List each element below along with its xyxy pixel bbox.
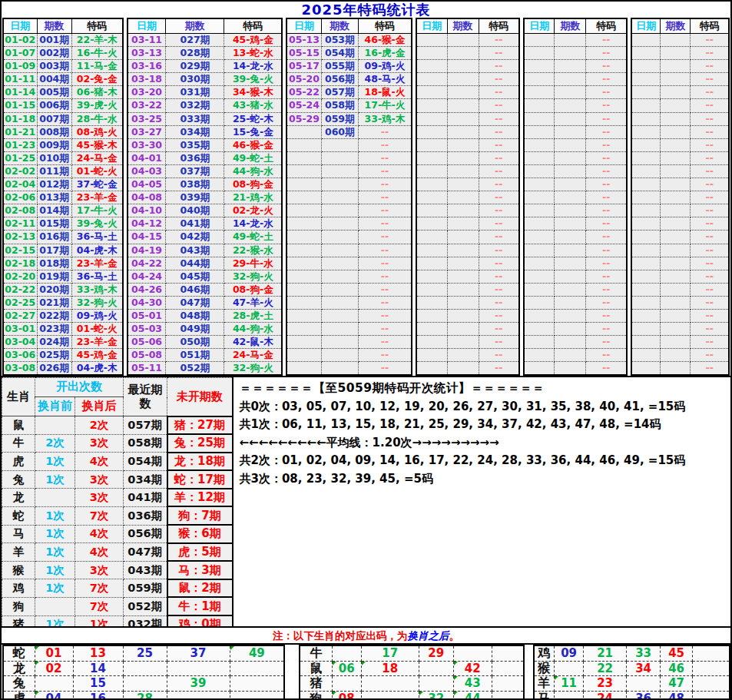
zodiac-map-block-1: 蛇0113253749龙0214兔1539虎041628 xyxy=(2,645,285,700)
map-number-cell: 42 xyxy=(453,661,492,676)
period-cell xyxy=(555,270,586,283)
date-cell: 01-21 xyxy=(3,125,37,138)
after-count-cell: 4次 xyxy=(75,525,124,543)
date-cell xyxy=(524,112,555,125)
before-count-cell: 1次 xyxy=(35,453,75,471)
table-row: 04-30047期47-羊-火 xyxy=(128,296,282,309)
code-cell: -- xyxy=(358,362,412,376)
cell-marker-icon xyxy=(35,646,39,650)
map-zodiac-cell: 狗 xyxy=(300,691,332,700)
period-column-header: 期数 xyxy=(661,18,691,34)
code-cell: -- xyxy=(479,204,519,217)
period-cell: 032期 xyxy=(166,99,224,112)
date-cell xyxy=(524,257,555,270)
code-column-header: 特码 xyxy=(358,18,412,34)
period-cell: 024期 xyxy=(37,336,71,349)
after-count-cell: 3次 xyxy=(75,470,124,489)
period-cell: 035期 xyxy=(166,138,224,151)
code-cell: -- xyxy=(479,138,519,151)
code-cell: -- xyxy=(586,309,627,322)
unopened-cell: 猴：6期 xyxy=(167,525,233,543)
code-cell: -- xyxy=(586,34,627,47)
period-cell xyxy=(661,231,691,244)
code-cell: -- xyxy=(358,164,412,177)
period-cell: 026期 xyxy=(37,362,71,376)
zodiac-stats-row: 虎1次4次054期龙：18期 xyxy=(2,453,233,471)
table-row: -- xyxy=(416,231,519,244)
date-cell xyxy=(287,244,321,257)
table-row: -- xyxy=(524,34,627,47)
code-cell: -- xyxy=(479,34,519,47)
zodiac-map-block-3: 鸡09213345猴223446羊112347马243648 xyxy=(533,645,730,700)
code-cell: -- xyxy=(586,362,627,376)
table-row: 01-18007期28-牛-水 xyxy=(3,112,123,125)
table-row: -- xyxy=(631,125,729,138)
period-cell: 004期 xyxy=(37,73,71,86)
date-cell xyxy=(524,86,555,99)
table-row: -- xyxy=(416,283,519,296)
table-row: -- xyxy=(631,270,729,283)
header-row: 日期期数特码 xyxy=(524,18,627,34)
stats-line: 共0次：03, 05, 07, 10, 12, 19, 20, 26, 27, … xyxy=(240,398,727,416)
code-cell: 45-鸡-金 xyxy=(71,349,123,362)
table-row: -- xyxy=(287,231,412,244)
date-cell: 05-11 xyxy=(128,362,166,376)
table-row: -- xyxy=(416,270,519,283)
table-row: -- xyxy=(631,309,729,322)
table-row: -- xyxy=(524,151,627,164)
period-table-1: 日期期数特码01-02001期22-羊-木01-07002期16-牛-火01-0… xyxy=(2,18,124,376)
zodiac-stats-row: 马1次4次056期猴：6期 xyxy=(2,525,233,543)
code-cell: -- xyxy=(479,309,519,322)
unopened-cell: 牛：1期 xyxy=(167,597,233,615)
period-cell: 036期 xyxy=(166,151,224,164)
period-cell: 046期 xyxy=(166,283,224,296)
code-cell: -- xyxy=(586,244,627,257)
table-row: -- xyxy=(524,349,627,362)
table-row: -- xyxy=(416,178,519,191)
map-row: 龙0214 xyxy=(3,661,284,676)
zodiac-name-cell: 鼠 xyxy=(2,416,35,435)
zodiac-stats-row: 蛇1次7次036期狗：7期 xyxy=(2,506,233,525)
period-cell xyxy=(447,323,479,336)
before-count-cell: 1次 xyxy=(35,579,75,598)
date-cell xyxy=(287,309,321,322)
code-cell: 13-蛇-水 xyxy=(224,47,282,60)
after-count-cell: 2次 xyxy=(75,416,124,435)
code-cell: -- xyxy=(479,349,519,362)
period-cell xyxy=(321,138,358,151)
zodiac-stats-row: 鸡1次7次059期鼠：2期 xyxy=(2,579,233,598)
period-cell: 019期 xyxy=(37,270,71,283)
code-cell: -- xyxy=(586,86,627,99)
date-cell: 04-03 xyxy=(128,164,166,177)
code-cell: -- xyxy=(358,336,412,349)
table-row: -- xyxy=(287,217,412,231)
period-cell xyxy=(447,349,479,362)
period-cell: 048期 xyxy=(166,309,224,322)
date-cell: 02-11 xyxy=(3,217,37,231)
table-row: -- xyxy=(631,204,729,217)
table-row: -- xyxy=(416,257,519,270)
map-number-cell: 25 xyxy=(123,645,167,661)
code-cell: -- xyxy=(691,86,729,99)
period-cell xyxy=(555,47,586,60)
map-zodiac-cell: 猴 xyxy=(534,661,555,676)
period-cell: 038期 xyxy=(166,178,224,191)
table-row: 02-02011期01-蛇-火 xyxy=(3,164,123,177)
period-cell: 014期 xyxy=(37,204,71,217)
date-cell xyxy=(631,204,661,217)
period-cell xyxy=(321,257,358,270)
table-row: -- xyxy=(287,178,412,191)
note-period: 。 xyxy=(449,629,460,642)
table-row: -- xyxy=(631,178,729,191)
date-cell xyxy=(287,138,321,151)
map-number-cell: 16 xyxy=(73,691,123,700)
period-cell xyxy=(321,151,358,164)
date-cell xyxy=(631,86,661,99)
recent-period-cell: 041期 xyxy=(124,489,167,507)
unopened-cell: 兔：25期 xyxy=(167,434,233,453)
code-cell: -- xyxy=(358,296,412,309)
map-number-cell: 01 xyxy=(35,645,73,661)
map-number-cell xyxy=(492,676,523,692)
date-cell xyxy=(416,99,447,112)
date-cell: 01-07 xyxy=(3,47,37,60)
